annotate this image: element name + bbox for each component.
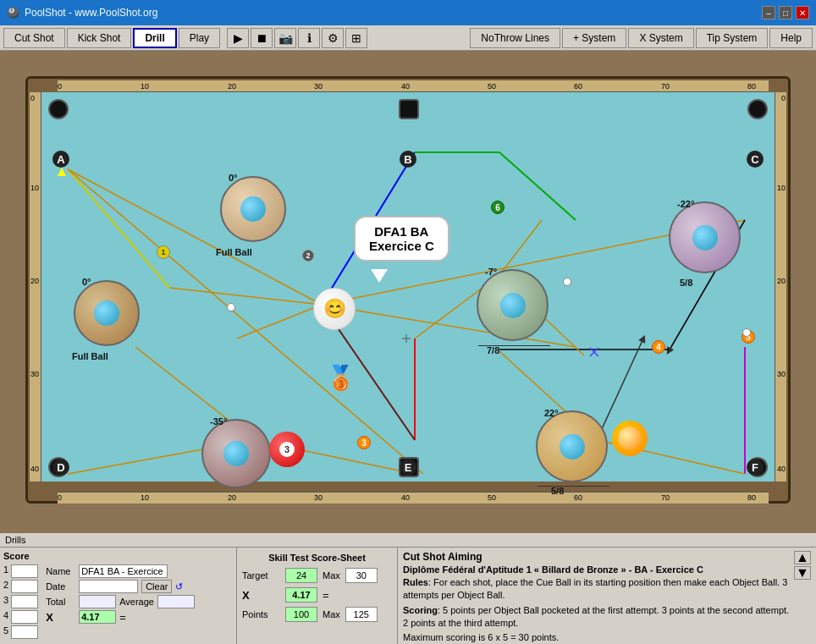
date-row: Date Clear ↺ <box>46 580 195 593</box>
ruler-mark-50: 50 <box>488 82 496 91</box>
total-input[interactable] <box>79 595 116 608</box>
total-row: Total Average <box>46 595 195 608</box>
ruler-right-10: 10 <box>777 184 786 192</box>
clear-button[interactable]: Clear <box>141 580 172 593</box>
badge-3: 3 <box>357 436 371 449</box>
ruler-right-0: 0 <box>781 94 786 102</box>
dial-3 <box>477 269 549 341</box>
info-panel: Cut Shot Aiming Diplôme Fédéral d'Aptitu… <box>398 548 816 644</box>
corner-label-c: C <box>747 151 764 168</box>
play-icon-button[interactable]: ▶ <box>227 28 249 48</box>
corner-label-f: F <box>747 459 764 476</box>
ruler-right-30: 30 <box>777 370 786 378</box>
dial-1 <box>220 176 286 242</box>
info-title: Cut Shot Aiming <box>403 551 791 563</box>
scroll-down-button[interactable]: ▼ <box>794 566 811 580</box>
drill-button[interactable]: Drill <box>133 28 176 48</box>
plus-system-button[interactable]: + System <box>562 28 626 48</box>
score-numbers: 1 2 3 4 5 <box>3 564 8 639</box>
info-icon-button[interactable]: ℹ <box>298 28 320 48</box>
corner-label-b: B <box>400 151 416 168</box>
speech-bubble: DFA1 BA Exercice C <box>354 216 449 261</box>
target-row: Target Max <box>242 568 392 583</box>
dial-4-angle: -22° <box>677 199 694 209</box>
window-controls: – □ ✕ <box>762 6 809 19</box>
date-label: Date <box>46 581 75 592</box>
score-box-2[interactable] <box>11 580 38 593</box>
ruler-mark-30: 30 <box>314 82 323 91</box>
pocket-a <box>48 99 69 119</box>
app-icon: 🎱 <box>7 7 19 19</box>
name-input[interactable] <box>79 564 168 578</box>
minimize-button[interactable]: – <box>762 6 775 19</box>
score-box-5[interactable] <box>11 625 38 639</box>
cue-ball-pos-3 <box>742 328 751 337</box>
badge-6: 6 <box>491 201 504 214</box>
scroll-up-button[interactable]: ▲ <box>794 551 811 564</box>
clear-refresh-icon[interactable]: ↺ <box>175 581 183 592</box>
nothrow-button[interactable]: NoThrow Lines <box>470 28 560 48</box>
kick-shot-button[interactable]: Kick Shot <box>67 28 132 48</box>
dial-4 <box>669 201 741 273</box>
x-label-skill: X <box>242 589 280 602</box>
dial-1-angle: 0° <box>229 173 238 183</box>
date-input[interactable] <box>79 580 138 593</box>
scoring-text: : 5 points per Object Ball pocketed at t… <box>403 605 789 628</box>
score-box-4[interactable] <box>11 610 38 624</box>
dial-2 <box>74 280 140 346</box>
stop-icon-button[interactable]: ⏹ <box>251 28 273 48</box>
ruler-left-0: 0 <box>30 94 35 102</box>
x-input-skill[interactable] <box>285 587 317 603</box>
close-button[interactable]: ✕ <box>796 6 809 19</box>
dial-1-label: Full Ball <box>216 247 252 257</box>
average-input[interactable] <box>157 595 195 608</box>
toolbar: Cut Shot Kick Shot Drill Play ▶ ⏹ 📷 ℹ ⚙ … <box>0 25 816 51</box>
ruler-left-40: 40 <box>30 465 39 473</box>
dial-3-angle: -7° <box>485 267 497 277</box>
trophy-medal: 🥉 <box>326 364 356 392</box>
eq-sign: = <box>323 589 329 602</box>
info-subtitle: Diplôme Fédéral d'Aptitude 1 « Billard d… <box>403 564 791 575</box>
dial-3-line <box>478 345 550 346</box>
cut-shot-button[interactable]: Cut Shot <box>3 28 65 48</box>
gear-icon-button[interactable]: ⚙ <box>322 28 344 48</box>
score-box-1[interactable] <box>11 564 38 578</box>
equals-sign: = <box>119 611 126 624</box>
badge-2: 2 <box>302 250 314 261</box>
points-input[interactable] <box>285 607 317 622</box>
score-panel: Score 1 2 3 4 5 Name <box>0 548 237 644</box>
dial-5-angle: -35° <box>210 416 227 427</box>
points-max-input[interactable] <box>345 607 378 622</box>
dial-6-label: 5/8 <box>551 486 564 496</box>
pool-table: 0 10 20 30 40 50 60 70 80 0 10 20 30 40 … <box>0 51 816 533</box>
ruler-mark-40: 40 <box>401 82 410 91</box>
x-label: X <box>46 611 75 624</box>
dial-3-label: 7/8 <box>487 345 499 355</box>
x-system-button[interactable]: X System <box>628 28 693 48</box>
max-input[interactable] <box>345 568 378 583</box>
dial-6-angle: 22° <box>544 408 559 418</box>
maximize-button[interactable]: □ <box>779 6 792 19</box>
skill-title: Skill Test Score-Sheet <box>242 553 392 563</box>
camera-icon-button[interactable]: 📷 <box>274 28 296 48</box>
x-input[interactable] <box>79 610 116 624</box>
info-scoring: Scoring: 5 points per Object Ball pocket… <box>403 604 791 630</box>
score-box-3[interactable] <box>11 595 38 608</box>
play-button[interactable]: Play <box>179 28 220 48</box>
average-label: Average <box>119 597 154 607</box>
target-input[interactable] <box>285 568 317 583</box>
help-button[interactable]: Help <box>769 28 813 48</box>
tip-system-button[interactable]: Tip System <box>696 28 769 48</box>
corner-label-a: A <box>52 151 69 168</box>
badge-4: 4 <box>652 340 665 354</box>
points-max-label: Max <box>323 609 340 619</box>
score-boxes[interactable] <box>11 564 38 639</box>
ruler-left-20: 20 <box>30 277 39 285</box>
mascot-ball: 😊 <box>313 288 356 330</box>
badge-1: 1 <box>157 245 170 259</box>
cue-ball-pos-2 <box>563 278 571 286</box>
dial-6 <box>536 410 608 482</box>
ruler-mark-20: 20 <box>228 82 236 91</box>
cue-ball-pos-1 <box>227 303 235 311</box>
grid-icon-button[interactable]: ⊞ <box>345 28 367 48</box>
